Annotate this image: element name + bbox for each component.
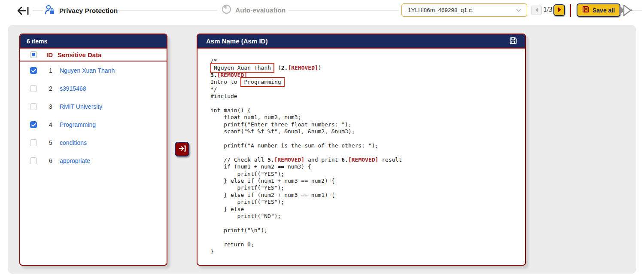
top-toolbar: Privacy Protection Auto-evaluation 1YLHi… — [0, 0, 644, 24]
step-privacy-protection[interactable]: Privacy Protection — [44, 4, 118, 17]
row-sensitive-text[interactable]: Nguyen Xuan Thanh — [60, 67, 115, 74]
removed-marker: [REMOVED] — [288, 64, 318, 71]
code-line: if (num1 + num2 == num3) { — [210, 163, 521, 170]
triangle-right-icon — [557, 6, 562, 14]
code-line: */ — [210, 86, 521, 93]
code-text: printf("\n"); — [210, 227, 267, 233]
row-sensitive-text[interactable]: s3915468 — [60, 85, 86, 92]
skip-forward-button[interactable] — [618, 4, 634, 17]
save-icon — [582, 6, 589, 15]
code-text: printf("NO"); — [210, 213, 281, 219]
code-line: printf("YES"); — [210, 171, 521, 178]
table-row: 6appropriate — [20, 152, 167, 170]
row-id: 1 — [47, 67, 54, 74]
gauge-icon — [222, 4, 231, 16]
code-line: float num1, num2, num3; — [210, 114, 521, 121]
prev-file-button[interactable] — [531, 6, 542, 15]
row-checkbox[interactable] — [30, 157, 37, 164]
code-text: } else — [210, 206, 244, 212]
row-checkbox[interactable] — [30, 139, 37, 146]
code-text: return 0; — [210, 241, 254, 248]
code-text: result — [378, 156, 402, 163]
code-text: printf("YES"); — [210, 171, 284, 177]
row-checkbox[interactable] — [30, 85, 37, 92]
chevron-down-icon — [516, 6, 522, 14]
save-all-label: Save all — [592, 7, 615, 14]
step-connector — [117, 10, 217, 11]
table-row: 3RMIT University — [20, 98, 167, 116]
sensitive-data-panel: 6 items ID Sensitive Data 1Nguyen Xuan T… — [19, 34, 167, 266]
row-id: 5 — [47, 139, 54, 146]
table-row: 1Nguyen Xuan Thanh — [20, 61, 167, 80]
table-row: 5conditions — [20, 134, 167, 152]
row-checkbox[interactable] — [30, 67, 37, 74]
code-text: 6. — [341, 156, 348, 163]
code-line: } — [210, 248, 521, 255]
code-line: scanf("%f %f %f", &num1, &num2, &num3); — [210, 128, 521, 135]
triangle-left-icon — [534, 6, 539, 14]
step-label: Auto-evaluation — [235, 6, 286, 14]
redaction-highlight-box[interactable]: Programming — [240, 77, 284, 87]
code-text: printf("YES"); — [210, 199, 284, 205]
page-indicator: 1/3 — [542, 5, 553, 14]
row-id: 6 — [47, 157, 54, 164]
row-sensitive-text[interactable]: Programming — [60, 121, 96, 128]
fast-forward-icon — [618, 11, 634, 18]
row-id: 2 — [47, 85, 54, 92]
code-text: 2. — [281, 64, 288, 71]
select-all-checkbox[interactable] — [30, 51, 37, 58]
column-header-sensitive-data: Sensitive Data — [58, 51, 102, 58]
code-line: printf("A number is the sum of the other… — [210, 142, 521, 149]
code-line — [210, 135, 521, 142]
code-text: } — [210, 248, 214, 255]
code-line: int main() { — [210, 107, 521, 114]
code-text: printf("A number is the sum of the other… — [210, 142, 378, 149]
code-text: 3. — [210, 72, 217, 78]
code-panel: Asm Name (Asm ID) /*Nguyen Xuan Thanh (2… — [197, 34, 526, 266]
code-text: } else if (num2 + num3 == num1) { — [210, 192, 335, 198]
toolbar-divider — [570, 4, 571, 17]
code-line — [210, 220, 521, 227]
code-panel-title: Asm Name (Asm ID) — [206, 37, 267, 45]
step-connector — [289, 10, 399, 11]
save-all-button[interactable]: Save all — [577, 3, 620, 17]
code-text: printf("Enter three float numbers: "); — [210, 121, 352, 128]
code-text: ) — [318, 64, 322, 71]
code-line: printf("\n"); — [210, 227, 521, 234]
code-text: Intro to — [210, 79, 240, 85]
code-text: ( — [274, 64, 281, 71]
step-connector — [33, 10, 43, 11]
back-button[interactable] — [16, 5, 31, 16]
code-line — [210, 234, 521, 241]
code-line — [210, 149, 521, 156]
code-block: /*Nguyen Xuan Thanh (2.[REMOVED])3.[REMO… — [197, 49, 525, 255]
row-checkbox[interactable] — [30, 121, 37, 128]
code-text: if (num1 + num2 == num3) { — [210, 163, 311, 170]
code-line — [210, 100, 521, 107]
sensitive-data-panel-title: 6 items — [20, 34, 167, 49]
step-auto-evaluation[interactable]: Auto-evaluation — [222, 4, 286, 16]
code-line: printf("Enter three float numbers: "); — [210, 121, 521, 128]
code-line: printf("NO"); — [210, 213, 521, 220]
save-file-icon[interactable] — [509, 37, 517, 46]
column-header-id: ID — [46, 51, 53, 58]
code-text: float num1, num2, num3; — [210, 114, 301, 120]
arrow-into-bracket-icon — [178, 145, 186, 154]
code-line: printf("YES"); — [210, 184, 521, 191]
code-text: #include — [210, 93, 237, 99]
code-line: return 0; — [210, 241, 521, 248]
table-row: 4Programming — [20, 116, 167, 134]
row-sensitive-text[interactable]: appropriate — [60, 157, 90, 164]
code-line: } else — [210, 206, 521, 213]
code-line: // Check all 5.[REMOVED] and print 6.[RE… — [210, 156, 521, 163]
code-text: scanf("%f %f %f", &num1, &num2, &num3); — [210, 128, 355, 135]
next-file-button[interactable] — [553, 4, 565, 16]
code-line: Nguyen Xuan Thanh (2.[REMOVED]) — [210, 64, 521, 71]
code-text: // Check all — [210, 156, 267, 163]
row-sensitive-text[interactable]: RMIT University — [60, 103, 102, 110]
apply-removal-button[interactable] — [175, 142, 189, 156]
row-checkbox[interactable] — [30, 103, 37, 110]
row-sensitive-text[interactable]: conditions — [60, 139, 87, 146]
code-text: and print — [304, 156, 341, 163]
file-dropdown[interactable]: 1YLHi86m_469298_q1.c — [401, 3, 527, 17]
